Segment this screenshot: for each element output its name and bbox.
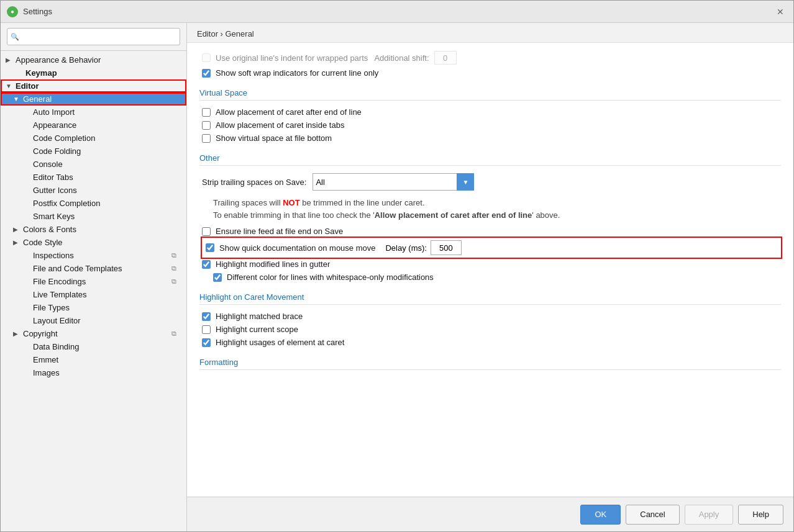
delay-input[interactable] <box>431 240 462 255</box>
main-panel: Editor › General Use original line's ind… <box>187 23 793 531</box>
sidebar-item-label: Copyright <box>23 329 169 338</box>
sidebar-item-file-types[interactable]: File Types <box>1 301 186 314</box>
sidebar-item-auto-import[interactable]: Auto Import <box>1 106 186 119</box>
sidebar-item-code-folding[interactable]: Code Folding <box>1 145 186 158</box>
formatting-header: Formatting <box>199 358 781 370</box>
arrow-icon: ▶ <box>13 239 23 246</box>
sidebar-item-live-templates[interactable]: Live Templates <box>1 288 186 301</box>
faded-top-row: Use original line's indent for wrapped p… <box>202 49 781 66</box>
highlight-scope-row: Highlight current scope <box>202 323 781 336</box>
sidebar-item-code-style[interactable]: ▶ Code Style <box>1 236 186 249</box>
sidebar-item-label: Layout Editor <box>23 316 181 325</box>
show-virtual-space-checkbox[interactable] <box>202 134 211 143</box>
highlight-caret-header: Highlight on Caret Movement <box>199 292 781 305</box>
sidebar-item-emmet[interactable]: Emmet <box>1 353 186 366</box>
footer: OK Cancel Apply Help <box>187 497 793 531</box>
settings-window: ● Settings ✕ ▶ Appearance & Behavior K <box>0 0 794 532</box>
sidebar-item-label: Appearance & Behavior <box>16 55 181 65</box>
app-icon: ● <box>7 6 18 17</box>
sidebar-item-layout-editor[interactable]: Layout Editor <box>1 314 186 327</box>
show-virtual-space-label: Show virtual space at file bottom <box>216 133 332 143</box>
window-title: Settings <box>23 7 773 16</box>
use-original-indent-checkbox[interactable] <box>202 53 211 62</box>
sidebar-item-label: Data Binding <box>23 342 181 351</box>
sidebar-item-label: Editor Tabs <box>33 173 181 182</box>
sidebar-item-label: Emmet <box>23 355 181 364</box>
highlight-modified-checkbox[interactable] <box>202 260 211 269</box>
titlebar: ● Settings ✕ <box>1 1 793 23</box>
copy-icon: ⧉ <box>171 251 181 259</box>
sidebar-item-label: Console <box>33 160 181 169</box>
cancel-button[interactable]: Cancel <box>626 505 679 525</box>
highlight-scope-label: Highlight current scope <box>216 325 298 334</box>
sidebar-item-inspections[interactable]: Inspections ⧉ <box>1 249 186 262</box>
apply-button[interactable]: Apply <box>685 505 734 525</box>
ensure-line-feed-checkbox[interactable] <box>202 227 211 236</box>
sidebar: ▶ Appearance & Behavior Keymap ▼ Editor … <box>1 23 187 531</box>
sidebar-item-label: File Encodings <box>23 277 169 286</box>
help-button[interactable]: Help <box>738 505 783 525</box>
sidebar-item-data-binding[interactable]: Data Binding <box>1 340 186 353</box>
allow-caret-tabs-checkbox[interactable] <box>202 121 211 130</box>
sidebar-item-appearance-behavior[interactable]: ▶ Appearance & Behavior <box>1 53 186 66</box>
sidebar-item-label: Inspections <box>23 251 169 260</box>
sidebar-item-label: Code Folding <box>33 147 181 156</box>
highlight-brace-row: Highlight matched brace <box>202 310 781 323</box>
sidebar-item-colors-fonts[interactable]: ▶ Colors & Fonts <box>1 223 186 236</box>
additional-shift-input[interactable] <box>434 51 457 65</box>
sidebar-item-label: Editor <box>16 81 181 91</box>
delay-label: Delay (ms): <box>385 243 426 253</box>
show-virtual-space-row: Show virtual space at file bottom <box>202 132 781 145</box>
sidebar-item-gutter-icons[interactable]: Gutter Icons <box>1 184 186 197</box>
sidebar-item-editor-tabs[interactable]: Editor Tabs <box>1 171 186 184</box>
arrow-icon: ▶ <box>13 226 23 233</box>
info-bold: Allow placement of caret after end of li… <box>375 210 532 220</box>
close-button[interactable]: ✕ <box>773 5 787 19</box>
different-color-checkbox[interactable] <box>213 273 222 282</box>
highlight-scope-checkbox[interactable] <box>202 325 211 334</box>
search-wrapper <box>7 28 180 45</box>
arrow-icon: ▼ <box>13 96 23 102</box>
highlight-usages-row: Highlight usages of element at caret <box>202 336 781 349</box>
strip-trailing-select[interactable]: All None Modified Lines <box>313 173 474 191</box>
ok-button[interactable]: OK <box>580 505 621 525</box>
show-soft-wrap-checkbox[interactable] <box>202 69 211 78</box>
strip-trailing-label: Strip trailing spaces on Save: <box>202 178 306 187</box>
highlight-brace-checkbox[interactable] <box>202 312 211 321</box>
sidebar-item-smart-keys[interactable]: Smart Keys <box>1 210 186 223</box>
sidebar-item-file-encodings[interactable]: File Encodings ⧉ <box>1 275 186 288</box>
sidebar-item-images[interactable]: Images <box>1 366 186 379</box>
breadcrumb: Editor › General <box>187 23 793 43</box>
show-soft-wrap-row: Show soft wrap indicators for current li… <box>202 66 781 79</box>
highlight-usages-checkbox[interactable] <box>202 338 211 347</box>
ensure-line-feed-label: Ensure line feed at file end on Save <box>216 227 343 236</box>
search-input[interactable] <box>7 28 180 45</box>
sidebar-item-label: Code Completion <box>33 133 181 143</box>
arrow-icon: ▶ <box>6 56 16 63</box>
sidebar-item-label: General <box>23 94 181 104</box>
sidebar-item-code-completion[interactable]: Code Completion <box>1 132 186 145</box>
sidebar-item-label: Auto Import <box>33 107 181 117</box>
sidebar-item-keymap[interactable]: Keymap <box>1 66 186 79</box>
strip-trailing-row: Strip trailing spaces on Save: All None … <box>202 171 781 193</box>
sidebar-item-label: Images <box>23 368 181 377</box>
search-box <box>1 23 186 51</box>
different-color-row: Different color for lines with whitespac… <box>213 271 781 284</box>
sidebar-item-postfix-completion[interactable]: Postfix Completion <box>1 197 186 210</box>
sidebar-item-label: Colors & Fonts <box>23 225 181 234</box>
copy-icon: ⧉ <box>171 264 181 273</box>
arrow-icon: ▶ <box>13 330 23 337</box>
sidebar-item-editor[interactable]: ▼ Editor <box>1 79 186 92</box>
sidebar-tree: ▶ Appearance & Behavior Keymap ▼ Editor … <box>1 51 186 531</box>
sidebar-item-appearance[interactable]: Appearance <box>1 119 186 132</box>
highlight-modified-label: Highlight modified lines in gutter <box>216 259 330 269</box>
sidebar-item-label: File and Code Templates <box>23 264 169 273</box>
allow-caret-end-checkbox[interactable] <box>202 108 211 117</box>
sidebar-item-console[interactable]: Console <box>1 158 186 171</box>
show-quick-doc-checkbox[interactable] <box>206 243 214 252</box>
sidebar-item-general[interactable]: ▼ General <box>1 92 186 106</box>
sidebar-item-file-code-templates[interactable]: File and Code Templates ⧉ <box>1 262 186 275</box>
sidebar-item-copyright[interactable]: ▶ Copyright ⧉ <box>1 327 186 340</box>
allow-caret-tabs-label: Allow placement of caret inside tabs <box>216 120 344 130</box>
allow-caret-end-row: Allow placement of caret after end of li… <box>202 106 781 119</box>
